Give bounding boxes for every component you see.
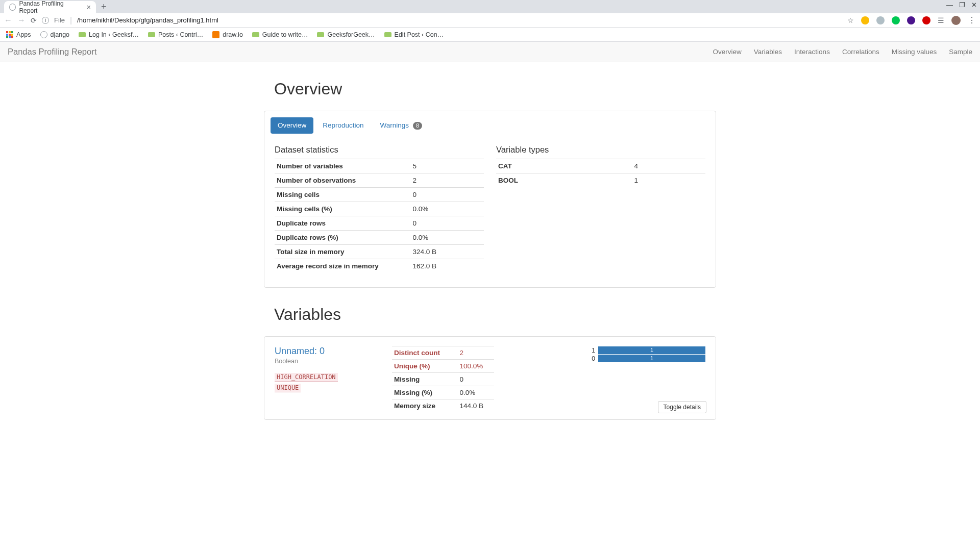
- variable-types-table: CAT4 BOOL1: [496, 159, 705, 187]
- tab-reproduction[interactable]: Reproduction: [315, 117, 371, 134]
- variable-type: Boolean: [275, 358, 377, 365]
- vs-key: Missing (%): [392, 386, 457, 399]
- back-icon[interactable]: ←: [4, 16, 12, 25]
- bk-label: Log In ‹ Geeksf…: [89, 31, 139, 38]
- edit-bookmark[interactable]: Edit Post ‹ Con…: [384, 31, 444, 38]
- posts-bookmark[interactable]: Posts ‹ Contri…: [148, 31, 203, 38]
- variable-types-heading: Variable types: [496, 145, 705, 155]
- stat-val: 0.0%: [411, 231, 484, 245]
- vs-val: 144.0 B: [457, 399, 494, 413]
- globe-icon: [40, 31, 47, 38]
- table-row: BOOL1: [496, 173, 705, 188]
- apps-bookmark[interactable]: Apps: [6, 31, 31, 38]
- login-bookmark[interactable]: Log In ‹ Geeksf…: [79, 31, 139, 38]
- tab-warnings-label: Warnings: [380, 121, 409, 129]
- overview-heading: Overview: [274, 80, 716, 98]
- vs-key: Unique (%): [392, 360, 457, 373]
- nav-sample[interactable]: Sample: [949, 48, 972, 56]
- type-key: CAT: [496, 159, 632, 173]
- maximize-icon[interactable]: ❐: [959, 1, 965, 9]
- stat-key: Missing cells: [275, 188, 411, 202]
- bookmarks-bar: Apps django Log In ‹ Geeksf… Posts ‹ Con…: [0, 28, 980, 42]
- stat-key: Total size in memory: [275, 245, 411, 259]
- nav-overview[interactable]: Overview: [713, 48, 742, 56]
- nav-missing[interactable]: Missing values: [892, 48, 937, 56]
- tag-high-correlation: HIGH_CORRELATION: [275, 373, 338, 382]
- bar-label: 0: [588, 355, 595, 362]
- vs-val: 100.0%: [457, 360, 494, 373]
- browser-tab[interactable]: Pandas Profiling Report ×: [4, 1, 96, 13]
- bk-label: GeeksforGeek…: [327, 31, 375, 38]
- vs-key: Distinct count: [392, 346, 457, 360]
- close-window-icon[interactable]: ✕: [971, 1, 977, 9]
- gfg-icon: [79, 32, 86, 37]
- table-row: Distinct count2: [392, 346, 494, 360]
- extension-icon[interactable]: [861, 16, 869, 24]
- bk-label: draw.io: [223, 31, 243, 38]
- extension-icon[interactable]: [892, 16, 900, 24]
- file-label: File: [54, 16, 65, 24]
- variable-tags: HIGH_CORRELATION UNIQUE: [275, 372, 377, 393]
- django-bookmark[interactable]: django: [40, 31, 70, 38]
- type-key: BOOL: [496, 173, 632, 188]
- extension-icon[interactable]: [907, 16, 915, 24]
- table-row: Missing cells (%)0.0%: [275, 202, 484, 216]
- table-row: Number of variables5: [275, 159, 484, 173]
- reading-list-icon[interactable]: ☰: [938, 16, 944, 24]
- nav-variables[interactable]: Variables: [754, 48, 782, 56]
- vs-val: 0: [457, 373, 494, 386]
- dataset-stats-table: Number of variables5 Number of observati…: [275, 159, 484, 273]
- bar-row: 0 1: [588, 355, 705, 362]
- table-row: Average record size in memory162.0 B: [275, 259, 484, 273]
- stat-key: Duplicate rows: [275, 216, 411, 231]
- vs-val: 0.0%: [457, 386, 494, 399]
- bk-label: Posts ‹ Contri…: [158, 31, 203, 38]
- vs-key: Memory size: [392, 399, 457, 413]
- table-row: CAT4: [496, 159, 705, 173]
- extension-icon[interactable]: [876, 16, 885, 24]
- tab-warnings[interactable]: Warnings 8: [373, 117, 429, 134]
- scroll-viewport[interactable]: Overview Overview Reproduction Warnings …: [0, 62, 980, 551]
- profile-avatar[interactable]: [951, 16, 961, 25]
- new-tab-button[interactable]: +: [101, 2, 107, 12]
- guide-bookmark[interactable]: Guide to write…: [252, 31, 308, 38]
- apps-icon: [6, 31, 13, 38]
- page-title: Pandas Profiling Report: [8, 47, 96, 57]
- bar: 1: [598, 355, 705, 362]
- table-row: Duplicate rows0: [275, 216, 484, 231]
- bookmark-star-icon[interactable]: ☆: [847, 16, 854, 24]
- toggle-details-button[interactable]: Toggle details: [658, 401, 706, 413]
- stat-key: Average record size in memory: [275, 259, 411, 273]
- tab-overview[interactable]: Overview: [271, 117, 313, 134]
- gfg-icon: [252, 32, 259, 37]
- gfg-icon: [148, 32, 155, 37]
- stat-val: 0: [411, 188, 484, 202]
- info-icon[interactable]: i: [42, 17, 49, 24]
- minimize-icon[interactable]: —: [946, 1, 953, 9]
- bar-row: 1 1: [588, 346, 705, 354]
- stat-key: Duplicate rows (%): [275, 231, 411, 245]
- vs-val: 2: [457, 346, 494, 360]
- gfg-bookmark[interactable]: GeeksforGeek…: [317, 31, 375, 38]
- extension-icon[interactable]: [922, 16, 930, 24]
- variable-card: Unnamed: 0 Boolean HIGH_CORRELATION UNIQ…: [264, 336, 716, 420]
- close-icon[interactable]: ×: [87, 3, 91, 11]
- warnings-badge: 8: [413, 122, 422, 130]
- stat-val: 2: [411, 173, 484, 188]
- type-val: 1: [632, 173, 706, 188]
- stat-val: 162.0 B: [411, 259, 484, 273]
- reload-icon[interactable]: ⟳: [31, 16, 37, 24]
- drawio-icon: [212, 31, 219, 38]
- variable-name[interactable]: Unnamed: 0: [275, 346, 377, 357]
- url-path[interactable]: /home/nikhil/Desktop/gfg/pandas_profilin…: [77, 16, 218, 24]
- nav-links: Overview Variables Interactions Correlat…: [713, 48, 972, 56]
- forward-icon[interactable]: →: [17, 16, 26, 25]
- nav-correlations[interactable]: Correlations: [842, 48, 879, 56]
- stat-val: 0: [411, 216, 484, 231]
- window-controls: — ❐ ✕: [946, 1, 977, 9]
- drawio-bookmark[interactable]: draw.io: [212, 31, 243, 38]
- nav-interactions[interactable]: Interactions: [794, 48, 830, 56]
- address-bar: ← → ⟳ i File | /home/nikhil/Desktop/gfg/…: [0, 13, 980, 28]
- kebab-menu-icon[interactable]: ⋮: [968, 15, 976, 25]
- table-row: Missing cells0: [275, 188, 484, 202]
